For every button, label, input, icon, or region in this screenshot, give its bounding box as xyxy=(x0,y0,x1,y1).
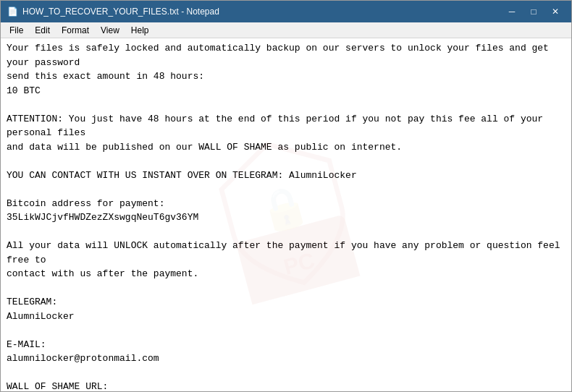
text-editor-area[interactable]: PC 🔒 Your files is safely locked and aut… xyxy=(1,38,571,391)
menu-file[interactable]: File xyxy=(4,22,29,38)
maximize-button[interactable]: □ xyxy=(523,4,544,19)
minimize-button[interactable]: ─ xyxy=(502,4,522,19)
menu-format[interactable]: Format xyxy=(56,22,95,38)
notepad-window: 📄 HOW_TO_RECOVER_YOUR_FILES.txt - Notepa… xyxy=(0,0,572,392)
title-bar: 📄 HOW_TO_RECOVER_YOUR_FILES.txt - Notepa… xyxy=(1,1,571,22)
window-title: HOW_TO_RECOVER_YOUR_FILES.txt - Notepad xyxy=(22,7,219,17)
app-icon: 📄 xyxy=(7,6,18,17)
ransomware-text: Your files is safely locked and automati… xyxy=(7,41,565,391)
menu-edit[interactable]: Edit xyxy=(29,22,56,38)
window-controls: ─ □ ✕ xyxy=(502,4,565,19)
title-bar-left: 📄 HOW_TO_RECOVER_YOUR_FILES.txt - Notepa… xyxy=(7,6,219,17)
menu-view[interactable]: View xyxy=(95,22,125,38)
menu-help[interactable]: Help xyxy=(125,22,155,38)
close-button[interactable]: ✕ xyxy=(545,4,565,19)
menu-bar: File Edit Format View Help xyxy=(1,22,571,38)
